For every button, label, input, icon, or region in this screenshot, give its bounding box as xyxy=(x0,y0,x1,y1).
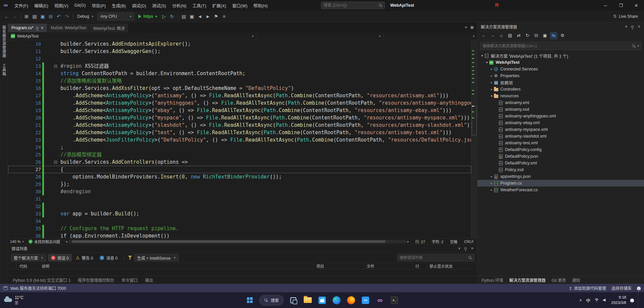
code-line[interactable]: 18 .AddScheme<AntisamyPolicy>("anythingg… xyxy=(8,99,471,107)
tree-item[interactable]: antisamy-test.xml xyxy=(477,140,644,146)
spaces-indicator[interactable]: 空格 xyxy=(447,239,461,244)
scroll-left-icon[interactable]: ◄ xyxy=(64,240,69,243)
tree-item[interactable]: antisamy-myspace.xml xyxy=(477,126,644,133)
notification-center-icon[interactable] xyxy=(630,299,634,302)
menu-item[interactable]: 帮助(H) xyxy=(250,0,271,11)
code-line[interactable]: 33var app = builder.Build(); xyxy=(8,210,471,217)
switch-views-icon[interactable]: ▤ xyxy=(506,32,514,39)
editor-tab[interactable]: WebApiTest: 概述 xyxy=(90,23,128,32)
tool-window-tab[interactable]: 输出 xyxy=(145,277,153,283)
menu-item[interactable]: 工具(T) xyxy=(189,0,209,11)
column-header[interactable]: 行 xyxy=(413,263,427,269)
code-line[interactable]: 10builder.Services.AddEndpointsApiExplor… xyxy=(8,40,471,48)
home-icon[interactable]: ⌂ xyxy=(498,32,505,39)
expander-icon[interactable]: ▾ xyxy=(490,94,494,98)
code-line[interactable]: 12 xyxy=(8,55,471,62)
tree-item[interactable]: ▾解决方案 'WebApiTest' (1 个项目, 共 1 个) xyxy=(477,52,644,59)
code-line[interactable]: 24; xyxy=(8,144,471,151)
tree-item[interactable]: ▸依赖项 xyxy=(477,79,644,86)
nav-type-dropdown[interactable]: ▾ xyxy=(257,32,383,40)
undo-icon[interactable]: ↶ xyxy=(55,12,63,20)
menu-item[interactable]: 编辑(E) xyxy=(31,0,51,11)
menu-item[interactable]: 调试(D) xyxy=(129,0,149,11)
properties-icon[interactable]: ⚙ xyxy=(559,32,566,39)
code-line[interactable]: 34 xyxy=(8,217,471,225)
tree-item[interactable]: ▸Connected Services xyxy=(477,66,644,72)
code-line[interactable]: 28 options.ModelBinderProviders.Insert(0… xyxy=(8,173,471,181)
new-file-icon[interactable]: ⊞ xyxy=(22,12,31,20)
auto-hide-tab[interactable]: 工具箱 xyxy=(1,64,7,76)
expander-icon[interactable]: ▸ xyxy=(490,81,494,84)
minimize-button[interactable]: ─ xyxy=(598,0,613,11)
editor-tab[interactable]: NuGet: WebApiTest xyxy=(47,23,90,32)
code-line[interactable]: 26builder.Services.AddControllers(option… xyxy=(8,158,471,166)
bookmark-icon[interactable]: ⚑ xyxy=(212,12,220,20)
code-line[interactable]: 22 .AddScheme<AntisamyPolicy>("test", ()… xyxy=(8,129,471,136)
tree-item[interactable]: antisamy-anythinggoes.xml xyxy=(477,113,644,119)
warning-filter-button[interactable]: ⚠警告 0 xyxy=(73,254,96,261)
menu-item[interactable]: 分析(N) xyxy=(169,0,189,11)
forward-icon[interactable]: → xyxy=(11,12,19,20)
code-line[interactable]: 31 xyxy=(8,195,471,203)
menu-item[interactable]: 扩展(X) xyxy=(209,0,229,11)
hidden-icons-chevron[interactable]: ∧ xyxy=(579,298,582,302)
quick-search[interactable] xyxy=(321,2,385,9)
code-editor[interactable]: 10builder.Services.AddEndpointsApiExplor… xyxy=(8,40,477,238)
code-line[interactable]: 25//添加模型绑定器 xyxy=(8,151,471,158)
info-filter-button[interactable]: i消息 0 xyxy=(97,254,120,261)
pin-icon[interactable] xyxy=(631,25,634,28)
error-list-body[interactable] xyxy=(8,269,477,276)
menu-item[interactable]: 生成(B) xyxy=(109,0,129,11)
platform-dropdown[interactable]: Any CPU▾ xyxy=(97,12,134,20)
tree-item[interactable]: Policy.xsd xyxy=(477,166,644,173)
code-line[interactable]: 11builder.Services.AddSwaggerGen(); xyxy=(8,48,471,55)
code-line[interactable]: 13#region XSS过滤器 xyxy=(8,62,471,70)
expander-icon[interactable]: ▸ xyxy=(490,188,494,192)
firefox-button[interactable] xyxy=(346,295,356,305)
tree-item[interactable]: DefaultPolicy.xml xyxy=(477,160,644,166)
expander-icon[interactable]: ▸ xyxy=(490,67,494,71)
store-button[interactable] xyxy=(317,295,327,305)
run-button[interactable]: https▾ xyxy=(136,12,160,20)
tree-item[interactable]: ▸Controllers xyxy=(477,86,644,93)
auto-hide-tab[interactable]: 服务器资源管理器 xyxy=(1,25,7,58)
back-icon[interactable]: ← xyxy=(3,12,11,20)
tree-item[interactable]: DefaultPolicy.json xyxy=(477,153,644,160)
select-repository-button[interactable]: 选择存储库 xyxy=(611,285,632,291)
search-options-icon[interactable]: ▾ xyxy=(637,44,639,48)
window-menu-icon[interactable]: ▾ xyxy=(625,24,627,29)
save-all-icon[interactable]: ⊟ xyxy=(47,12,55,20)
close-panel-icon[interactable]: ✕ xyxy=(471,246,474,251)
tree-item[interactable]: ▾resources xyxy=(477,93,644,99)
expander-icon[interactable]: ▸ xyxy=(490,175,494,178)
wifi-icon[interactable] xyxy=(594,298,599,302)
nav-project-dropdown[interactable]: C# WebApiTest ▾ xyxy=(8,32,257,40)
breakpoints-icon[interactable]: ▤ xyxy=(180,12,188,20)
code-line[interactable]: 32 xyxy=(8,203,471,210)
tool-window-tab[interactable]: 命令窗口 xyxy=(122,277,138,283)
tree-item[interactable]: antisamy-slashdot.xml xyxy=(477,133,644,140)
panel-tab[interactable]: Git 更改 xyxy=(552,277,566,283)
tree-item[interactable]: ▸WeatherForecast.cs xyxy=(477,187,644,193)
error-list-search-input[interactable] xyxy=(400,256,468,260)
pin-icon[interactable] xyxy=(36,27,38,29)
expander-icon[interactable]: ▾ xyxy=(485,61,489,64)
code-line[interactable]: 29}); xyxy=(8,181,471,188)
menu-item[interactable]: 文件(F) xyxy=(11,0,31,11)
tree-item[interactable]: ▸appsettings.json xyxy=(477,173,644,180)
refresh-icon[interactable]: ↻ xyxy=(524,32,531,39)
menu-item[interactable]: Git(G) xyxy=(71,0,89,11)
editor-vertical-scrollbar[interactable] xyxy=(471,40,477,238)
document-list-dropdown-icon[interactable]: ▾ xyxy=(465,25,467,30)
tree-item[interactable]: ▸Program.cs xyxy=(477,180,644,187)
menu-item[interactable]: 窗口(W) xyxy=(229,0,250,11)
code-line[interactable]: 23 .AddScheme<JsonFilterPolicy>("Default… xyxy=(8,136,471,144)
column-header[interactable]: 项目 xyxy=(314,263,364,269)
sync-with-active-document-icon[interactable]: ⇆ xyxy=(550,32,557,39)
float-window-icon[interactable]: ▣ xyxy=(470,25,474,30)
menu-item[interactable]: 测试(S) xyxy=(149,0,169,11)
start-without-debugging-icon[interactable]: ▷ xyxy=(160,12,168,20)
solution-explorer-search-input[interactable] xyxy=(482,44,632,48)
close-button[interactable]: ✕ xyxy=(629,0,644,11)
tool-window-tab[interactable]: 程序包管理器控制台 xyxy=(78,277,114,283)
